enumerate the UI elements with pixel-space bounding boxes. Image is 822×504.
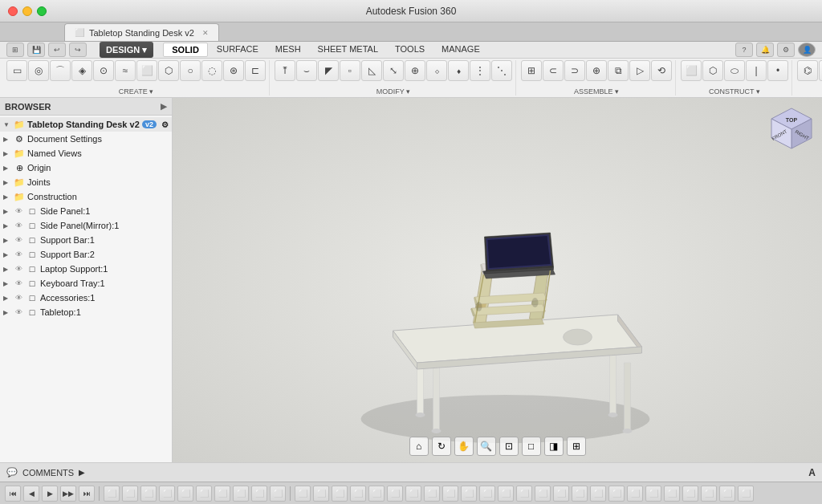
bt-tool-16[interactable]: ⬜ <box>387 486 403 502</box>
bt-tool-30[interactable]: ⬜ <box>645 486 661 502</box>
view-grid-icon[interactable]: ⊞ <box>567 437 586 456</box>
modify-label[interactable]: MODIFY ▾ <box>376 87 410 96</box>
bt-tool-12[interactable]: ⬜ <box>313 486 329 502</box>
browser-item-keyboard-tray[interactable]: ▶ 👁 □ Keyboard Tray:1 <box>0 276 172 291</box>
bt-tool-31[interactable]: ⬜ <box>664 486 680 502</box>
create-coil[interactable]: ⊛ <box>223 60 244 81</box>
modify-chamfer[interactable]: ◤ <box>318 60 339 81</box>
tab-tools[interactable]: TOOLS <box>387 43 433 57</box>
create-pipe[interactable]: ⊏ <box>245 60 266 81</box>
view-fit-icon[interactable]: ⊡ <box>499 437 519 456</box>
bt-tool-34[interactable]: ⬜ <box>719 486 735 502</box>
undo-button[interactable]: ↩ <box>48 43 66 57</box>
create-cylinder[interactable]: ⬡ <box>158 60 179 81</box>
browser-expand-button[interactable]: ▶ <box>161 102 167 111</box>
view-home-icon[interactable]: ⌂ <box>409 437 429 456</box>
view-zoom-icon[interactable]: 🔍 <box>477 437 496 456</box>
browser-item-tabletop[interactable]: ▶ 👁 □ Tabletop:1 <box>0 305 172 319</box>
bt-tool-33[interactable]: ⬜ <box>701 486 717 502</box>
create-sweep[interactable]: ⌒ <box>50 60 71 81</box>
construct-axis[interactable]: | <box>746 60 767 81</box>
visibility-icon[interactable]: 👁 <box>13 207 24 215</box>
bt-tool-4[interactable]: ⬜ <box>159 486 175 502</box>
notification-icon[interactable]: 🔔 <box>756 43 774 57</box>
tab-solid[interactable]: SOLID <box>163 43 208 57</box>
bt-tool-26[interactable]: ⬜ <box>572 486 588 502</box>
bt-play[interactable]: ▶ <box>42 486 58 502</box>
bt-tool-15[interactable]: ⬜ <box>368 486 385 502</box>
bt-tool-17[interactable]: ⬜ <box>405 486 421 502</box>
browser-root-item[interactable]: ▼ 📁 Tabletop Standing Desk v2 v2 ⚙ <box>0 117 172 132</box>
browser-item-side-panel-1[interactable]: ▶ 👁 □ Side Panel:1 <box>0 204 172 218</box>
view-display-icon[interactable]: □ <box>522 437 541 456</box>
modify-combine[interactable]: ⊕ <box>405 60 425 81</box>
modify-fillet[interactable]: ⌣ <box>296 60 317 81</box>
help-icon[interactable]: ? <box>735 43 753 57</box>
visibility-icon[interactable]: 👁 <box>13 265 24 273</box>
bt-tool-10[interactable]: ⬜ <box>270 486 286 502</box>
tab-surface[interactable]: SURFACE <box>209 43 267 57</box>
bt-tool-5[interactable]: ⬜ <box>177 486 193 502</box>
browser-item-joints[interactable]: ▶ 📁 Joints <box>0 175 172 189</box>
construct-offset-plane[interactable]: ⬜ <box>681 60 702 81</box>
browser-item-named-views[interactable]: ▶ 📁 Named Views <box>0 146 172 161</box>
bt-tool-23[interactable]: ⬜ <box>516 486 532 502</box>
bt-tool-11[interactable]: ⬜ <box>295 486 311 502</box>
browser-item-side-panel-mirror[interactable]: ▶ 👁 □ Side Panel(Mirror):1 <box>0 218 172 233</box>
bt-tool-19[interactable]: ⬜ <box>442 486 458 502</box>
bt-tool-18[interactable]: ⬜ <box>424 486 440 502</box>
create-extrude[interactable]: ▭ <box>6 60 27 81</box>
bt-prev-start[interactable]: ⏮ <box>5 486 21 502</box>
create-label[interactable]: CREATE ▾ <box>119 87 153 96</box>
create-hole[interactable]: ⊙ <box>93 60 114 81</box>
bt-tool-14[interactable]: ⬜ <box>350 486 366 502</box>
modify-split-body[interactable]: ⋱ <box>491 60 512 81</box>
browser-item-support-bar-1[interactable]: ▶ 👁 □ Support Bar:1 <box>0 233 172 247</box>
construct-point[interactable]: • <box>767 60 788 81</box>
bt-prev[interactable]: ◀ <box>23 486 39 502</box>
bt-tool-6[interactable]: ⬜ <box>196 486 212 502</box>
modify-press-pull[interactable]: ⤒ <box>275 60 295 81</box>
bt-next[interactable]: ▶▶ <box>60 486 76 502</box>
construct-midplane[interactable]: ⬭ <box>724 60 745 81</box>
bt-next-end[interactable]: ⏭ <box>79 486 95 502</box>
minimize-button[interactable] <box>22 6 32 16</box>
create-box[interactable]: ⬜ <box>136 60 157 81</box>
redo-button[interactable]: ↪ <box>69 43 87 57</box>
assemble-new-component[interactable]: ⊞ <box>521 60 542 81</box>
browser-item-laptop-support[interactable]: ▶ 👁 □ Laptop Support:1 <box>0 262 172 276</box>
bt-tool-25[interactable]: ⬜ <box>553 486 569 502</box>
inspect-interference[interactable]: ⧖ <box>819 60 822 81</box>
save-button[interactable]: 💾 <box>27 43 45 57</box>
bt-tool-20[interactable]: ⬜ <box>461 486 477 502</box>
bt-tool-7[interactable]: ⬜ <box>214 486 230 502</box>
modify-offset-face[interactable]: ⬦ <box>426 60 447 81</box>
bt-tool-29[interactable]: ⬜ <box>627 486 643 502</box>
modify-shell[interactable]: ▫ <box>340 60 360 81</box>
create-thread[interactable]: ≈ <box>115 60 136 81</box>
bt-tool-22[interactable]: ⬜ <box>498 486 514 502</box>
view-pan-icon[interactable]: ✋ <box>454 437 474 456</box>
tab-sheet-metal[interactable]: SHEET METAL <box>310 43 386 57</box>
assemble-motion-link[interactable]: ⟲ <box>651 60 672 81</box>
browser-item-origin[interactable]: ▶ ⊕ Origin <box>0 161 172 175</box>
construct-angle-plane[interactable]: ⬡ <box>702 60 723 81</box>
tab-manage[interactable]: MANAGE <box>433 43 488 57</box>
bt-tool-8[interactable]: ⬜ <box>233 486 249 502</box>
bt-tool-9[interactable]: ⬜ <box>251 486 267 502</box>
tab-mesh[interactable]: MESH <box>267 43 309 57</box>
bt-tool-13[interactable]: ⬜ <box>332 486 348 502</box>
assemble-drive-joints[interactable]: ▷ <box>629 60 650 81</box>
bt-tool-27[interactable]: ⬜ <box>590 486 606 502</box>
create-torus[interactable]: ◌ <box>201 60 222 81</box>
bt-tool-2[interactable]: ⬜ <box>122 486 138 502</box>
bt-tool-35[interactable]: ⬜ <box>738 486 754 502</box>
modify-draft[interactable]: ◺ <box>361 60 382 81</box>
maximize-button[interactable] <box>37 6 47 16</box>
statusbar-expand-icon[interactable]: ▶ <box>79 468 85 477</box>
visibility-icon[interactable]: 👁 <box>13 308 24 316</box>
bt-tool-21[interactable]: ⬜ <box>479 486 495 502</box>
bt-tool-32[interactable]: ⬜ <box>682 486 698 502</box>
browser-item-support-bar-2[interactable]: ▶ 👁 □ Support Bar:2 <box>0 247 172 262</box>
user-avatar[interactable]: 👤 <box>798 43 816 57</box>
